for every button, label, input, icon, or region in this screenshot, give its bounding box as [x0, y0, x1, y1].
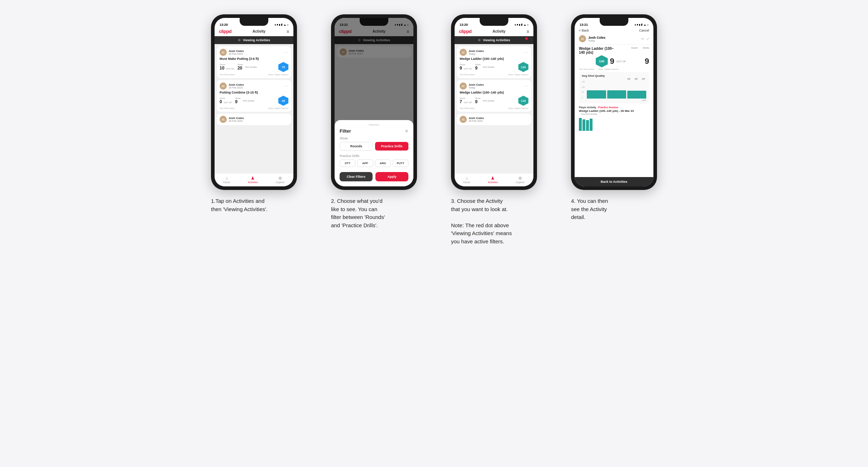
nav-capture-1[interactable]: ⊕ Capture	[275, 176, 284, 184]
chart-title-4: Avg Shot Quality	[582, 74, 646, 77]
card-dots-1-1[interactable]: ···	[284, 51, 288, 54]
menu-icon-3[interactable]: ≡	[527, 29, 529, 34]
drill-ott-2[interactable]: OTT	[340, 159, 355, 167]
detail-score-4: 9	[610, 57, 614, 66]
player-date-3-1: Today	[469, 53, 484, 55]
wifi-icon-4: ▲	[643, 23, 646, 27]
activities-label-3: Activities	[488, 181, 498, 184]
stat-sq-1-2: Shot Quality	[243, 100, 255, 102]
avg-label-4: ··· Avg Shot Quality	[579, 113, 649, 115]
detail-content-4: Wedge Ladder (100–140 yds) Score Shots 1…	[575, 44, 653, 177]
shots-label-4: Shots	[643, 47, 649, 49]
signal-bar-1	[275, 24, 276, 25]
activity-list-3: JC Josh Coles Today ··· Wedge Ladder (10…	[455, 44, 533, 173]
page-container: 13:20 ▲ ▪ clippd Activity ≡	[201, 14, 667, 246]
status-icons-1: ▲ ▪	[275, 23, 288, 27]
phone-2-inner: 13:21 ▲ ▪ clippd Activity ≡	[335, 18, 413, 186]
info-row-3-1: Test Information Data: Clippd Capture	[460, 73, 528, 76]
logo-1: clippd	[219, 29, 231, 34]
chart-app-label-4: APP	[582, 99, 646, 101]
rounds-btn-2[interactable]: Rounds	[340, 142, 373, 151]
activity-title-1-1: Must Make Putting (3-6 ft)	[220, 57, 288, 61]
clear-filters-btn-2[interactable]: Clear Filters	[340, 172, 373, 181]
activity-title-1-2: Putting Combine (3-15 ft)	[220, 91, 288, 94]
activity-card-3-1[interactable]: JC Josh Coles Today ··· Wedge Ladder (10…	[457, 46, 531, 78]
player-date-1-2: 28 Feb 2023	[229, 86, 244, 89]
avatar-3-2: JC	[460, 82, 467, 90]
detail-icons-4: ✏ ⤢	[641, 37, 649, 41]
sq-badge-3-2: 118	[518, 96, 528, 106]
card-dots-3-2[interactable]: ···	[524, 84, 528, 88]
card-dots-3-1[interactable]: ···	[524, 51, 528, 54]
drill-arg-2[interactable]: ARG	[375, 159, 391, 167]
sq-badge-1-1: 75	[278, 62, 288, 72]
stats-row-3-2: Score 7 OUT OF Shots 9	[460, 96, 528, 106]
card-dots-1-2[interactable]: ···	[284, 84, 288, 88]
avatar-3-1: JC	[460, 49, 467, 56]
phone-3: 13:20 ▲ ▪ clippd Activity ≡	[451, 14, 537, 190]
time-1: 13:20	[220, 23, 228, 27]
signal-bar-4	[281, 24, 282, 26]
status-icons-4: ▲ ▪	[635, 23, 648, 27]
edit-icon-4[interactable]: ✏	[641, 37, 644, 41]
viewing-bar-3[interactable]: ⚙ Viewing Activities	[455, 36, 533, 44]
score-val-3-1: 9	[460, 66, 462, 71]
nav-home-3[interactable]: ⌂ Home	[464, 176, 470, 184]
close-btn-2[interactable]: ✕	[405, 129, 408, 134]
apply-btn-2[interactable]: Apply	[375, 172, 408, 181]
home-icon-1: ⌂	[226, 176, 228, 181]
time-3: 13:20	[460, 23, 468, 27]
phone-4-notch	[600, 18, 628, 26]
nav-home-1[interactable]: ⌂ Home	[224, 176, 230, 184]
stats-row-3-1: Score 9 OUT OF Shots 9	[460, 62, 528, 72]
card-header-left-1-2: JC Josh Coles 28 Feb 2023	[220, 82, 244, 90]
activity-card-3-2[interactable]: JC Josh Coles Today ··· Wedge Ladder (10…	[457, 80, 531, 112]
bottom-nav-3: ⌂ Home ♟ Activities ⊕ Capture	[455, 173, 533, 186]
player-info-3-2: Josh Coles Today	[469, 83, 484, 89]
avatar-1-1: JC	[220, 49, 227, 56]
sq-badge-1-2: 45	[278, 96, 288, 106]
signal-bar-3-3	[519, 24, 520, 26]
drill-putt-2[interactable]: PUTT	[393, 159, 408, 167]
header-title-3: Activity	[493, 29, 505, 33]
bar-labels-4: 132 129 124	[627, 78, 645, 80]
drill-app-2[interactable]: APP	[357, 159, 373, 167]
nav-activities-3[interactable]: ♟ Activities	[488, 176, 498, 184]
session-info-4: Player Activity · Practice Session Wedge…	[579, 105, 649, 131]
sq-badge-3-1: 130	[518, 62, 528, 72]
card-header-left-3-1: JC Josh Coles Today	[460, 49, 484, 56]
stat-shots-1-1: Shots 20	[238, 63, 243, 71]
capture-label-1: Capture	[275, 181, 284, 184]
detail-shots-4: 9	[645, 57, 649, 66]
mini-bar-3	[586, 120, 589, 131]
step-2-col: 13:21 ▲ ▪ clippd Activity ≡	[321, 14, 427, 246]
status-icons-3: ▲ ▪	[515, 23, 528, 27]
stat-score-3-2: Score 7 OUT OF	[460, 97, 473, 104]
score-row-3-1: 9 OUT OF	[460, 66, 473, 71]
avatar-3-3: JC	[460, 116, 467, 123]
nav-activities-1[interactable]: ♟ Activities	[248, 176, 258, 184]
step-1-col: 13:20 ▲ ▪ clippd Activity ≡	[201, 14, 307, 246]
app-header-1: clippd Activity ≡	[215, 27, 293, 36]
chart-section-4: Avg Shot Quality 140 100 50 0	[579, 72, 649, 104]
activity-card-1-2[interactable]: JC Josh Coles 28 Feb 2023 ··· Putting Co…	[217, 80, 291, 112]
back-btn-4[interactable]: < Back	[579, 29, 589, 32]
app-label-4: APP	[642, 99, 646, 101]
signal-bar-2	[277, 24, 278, 25]
expand-icon-4[interactable]: ⤢	[646, 37, 649, 41]
viewing-bar-1[interactable]: ⚙ Viewing Activities	[215, 36, 293, 44]
back-to-activities-4[interactable]: Back to Activities	[575, 177, 653, 186]
home-label-3: Home	[464, 181, 470, 184]
menu-icon-1[interactable]: ≡	[287, 29, 289, 34]
mini-bar-2	[582, 119, 585, 131]
practice-drills-btn-2[interactable]: Practice Drills	[375, 142, 408, 151]
nav-capture-3[interactable]: ⊕ Capture	[515, 176, 524, 184]
sq-label-3-2: Shot Quality	[483, 100, 495, 102]
cancel-btn-4[interactable]: Cancel	[639, 29, 649, 32]
signal-bar-4-1	[635, 24, 636, 25]
activity-card-1-1[interactable]: JC Josh Coles 28 Feb 2023 ··· Must Make …	[217, 46, 291, 78]
data-capture-text-4: Data: Clippd Capture	[598, 68, 618, 70]
outof-1-2: OUT OF	[224, 101, 232, 104]
player-name-1-1: Josh Coles	[229, 49, 244, 53]
shots-val-1-1: 20	[238, 66, 243, 71]
